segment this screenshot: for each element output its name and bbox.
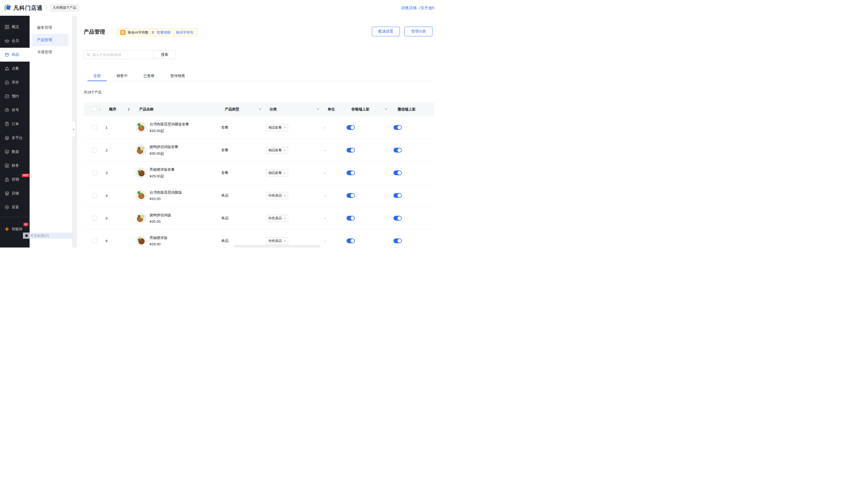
- row-checkbox[interactable]: [92, 125, 97, 130]
- sidebar-item-settings[interactable]: 设置: [0, 200, 30, 214]
- search-icon: [86, 53, 91, 58]
- pos-listed-toggle[interactable]: [347, 125, 355, 130]
- remove-tag-icon[interactable]: ×: [284, 149, 286, 152]
- category-tag-label: 精品套餐: [268, 148, 282, 153]
- row-checkbox[interactable]: [92, 148, 97, 153]
- tab-sold-out[interactable]: 已售罄: [138, 71, 160, 81]
- wechat-listed-toggle[interactable]: [393, 216, 402, 221]
- app-window: 凡科门店通 凡科网旗下产品 切换店铺（仅开放给 概况 会员 商品 点餐 库存 预…: [0, 0, 434, 248]
- table-row: 1 台湾肉燥琵琶鸡腿饭套餐 ¥33.00起 套餐 精品套餐 × -: [84, 116, 434, 139]
- chevron-left-icon: ‹: [73, 127, 74, 131]
- sidebar-item-label: 点餐: [12, 66, 19, 71]
- search-button[interactable]: 搜索: [153, 50, 176, 59]
- sidebar-item-label: 商品: [12, 52, 19, 57]
- sidebar-item-queue[interactable]: 排号: [0, 103, 30, 117]
- screenshot-dot-icon: [25, 235, 28, 237]
- product-price: ¥29.00: [149, 242, 168, 246]
- sidebar-item-store[interactable]: 店铺: [0, 186, 30, 200]
- quota-divider: [173, 31, 174, 34]
- column-order: 顺序: [109, 107, 116, 112]
- sidebar-item-overview[interactable]: 概况: [0, 20, 30, 34]
- category-tag: 特色菜品 ×: [266, 192, 288, 199]
- product-name: 黑椒猪排饭套餐: [149, 167, 175, 172]
- row-order: 5: [98, 216, 127, 220]
- submenu-item-service-management[interactable]: 服务管理: [30, 22, 72, 34]
- sidebar-item-label: 设置: [12, 205, 19, 210]
- select-all-checkbox[interactable]: [92, 107, 97, 112]
- sidebar-item-multiplatform[interactable]: 多平台: [0, 131, 30, 145]
- row-checkbox[interactable]: [92, 238, 97, 243]
- sidebar-item-label: 预约: [12, 94, 19, 99]
- ticket-icon: [4, 108, 9, 113]
- wechat-listed-toggle[interactable]: [393, 170, 402, 175]
- cloche-icon: [4, 66, 9, 71]
- pos-listed-toggle[interactable]: [347, 148, 355, 153]
- tab-paused[interactable]: 暂停销售: [164, 71, 191, 81]
- sidebar-item-marketing[interactable]: 营销 HOT: [0, 173, 30, 186]
- sidebar-item-products[interactable]: 商品: [0, 48, 30, 62]
- crown-icon: [4, 38, 9, 43]
- screenshot-tooltip-overlay: 矩形截图(R): [23, 233, 72, 239]
- pos-listed-toggle[interactable]: [347, 238, 355, 243]
- wechat-listed-toggle[interactable]: [393, 125, 402, 130]
- brand-divider: [46, 5, 47, 11]
- pos-listed-toggle[interactable]: [347, 170, 355, 175]
- wechat-listed-toggle[interactable]: [393, 238, 402, 243]
- calendar-check-icon: [4, 94, 9, 99]
- quota-label: 剩余AI字符数：0: [128, 30, 154, 35]
- remove-tag-icon[interactable]: ×: [284, 217, 286, 220]
- row-checkbox[interactable]: [92, 193, 97, 198]
- product-image: [136, 213, 146, 223]
- tab-on-sale[interactable]: 销售中: [111, 71, 134, 81]
- sidebar-item-finance[interactable]: 财务: [0, 159, 30, 173]
- sidebar-item-inventory[interactable]: 库存: [0, 75, 30, 89]
- table-row: 6 黑椒猪排饭 ¥29.00 单品 特色菜品 × -: [84, 229, 434, 248]
- tab-all[interactable]: 全部: [87, 71, 107, 81]
- delivery-settings-button[interactable]: 配送设置: [372, 27, 400, 36]
- status-tabs: 全部 销售中 已售罄 暂停销售: [87, 71, 195, 81]
- category-tag-label: 特色菜品: [268, 239, 282, 243]
- sidebar-item-booking[interactable]: 预约: [0, 89, 30, 103]
- filter-icon[interactable]: [385, 108, 387, 111]
- row-order: 6: [98, 239, 127, 243]
- wechat-listed-toggle[interactable]: [393, 148, 402, 153]
- remove-tag-icon[interactable]: ×: [284, 171, 286, 175]
- gear-icon: [4, 205, 9, 210]
- submenu-item-card-management[interactable]: 卡项管理: [30, 46, 72, 58]
- column-wechat-listed: 微信端上架: [397, 107, 415, 112]
- wechat-listed-toggle[interactable]: [393, 193, 402, 198]
- category-tag: 精品套餐 ×: [266, 147, 288, 154]
- category-tag-label: 精品套餐: [268, 171, 282, 175]
- sidebar-item-data[interactable]: 数据: [0, 145, 30, 159]
- filter-icon[interactable]: [259, 108, 262, 111]
- storefront-icon: [4, 191, 9, 196]
- pos-listed-toggle[interactable]: [347, 193, 355, 198]
- bag-chart-icon: [4, 177, 9, 182]
- view-detail-link[interactable]: 查看明细: [157, 30, 171, 35]
- column-category: 分类: [269, 107, 277, 112]
- column-name: 产品名称: [139, 107, 154, 112]
- sidebar-item-members[interactable]: 会员: [0, 34, 30, 48]
- buy-characters-link[interactable]: 购买字符包: [176, 30, 194, 35]
- sidebar-item-label: 智能体: [12, 227, 23, 232]
- pos-listed-toggle[interactable]: [347, 216, 355, 221]
- manage-categories-button[interactable]: 管理分类: [404, 27, 432, 36]
- sidebar-item-orders[interactable]: 订单: [0, 117, 30, 131]
- chevron-down-icon[interactable]: ∨: [99, 108, 101, 111]
- sidebar-item-ordering[interactable]: 点餐: [0, 62, 30, 75]
- filter-icon[interactable]: [317, 108, 320, 111]
- brand-subsidiary-badge: 凡科网旗下产品: [50, 4, 79, 12]
- search-input[interactable]: [92, 50, 152, 59]
- row-checkbox[interactable]: [92, 216, 97, 221]
- sort-icon[interactable]: [128, 108, 130, 111]
- remove-tag-icon[interactable]: ×: [284, 239, 286, 243]
- submenu-item-product-management[interactable]: 产品管理: [32, 34, 69, 46]
- row-checkbox[interactable]: [92, 170, 97, 175]
- remove-tag-icon[interactable]: ×: [284, 194, 286, 198]
- product-price: ¥29.00起: [149, 174, 175, 179]
- remove-tag-icon[interactable]: ×: [284, 126, 286, 129]
- sidebar-collapse-handle[interactable]: ‹: [72, 121, 75, 137]
- switch-store-link[interactable]: 切换店铺（仅开放给: [401, 5, 434, 11]
- top-header: 凡科门店通 凡科网旗下产品 切换店铺（仅开放给: [0, 0, 434, 16]
- product-image: [136, 190, 146, 201]
